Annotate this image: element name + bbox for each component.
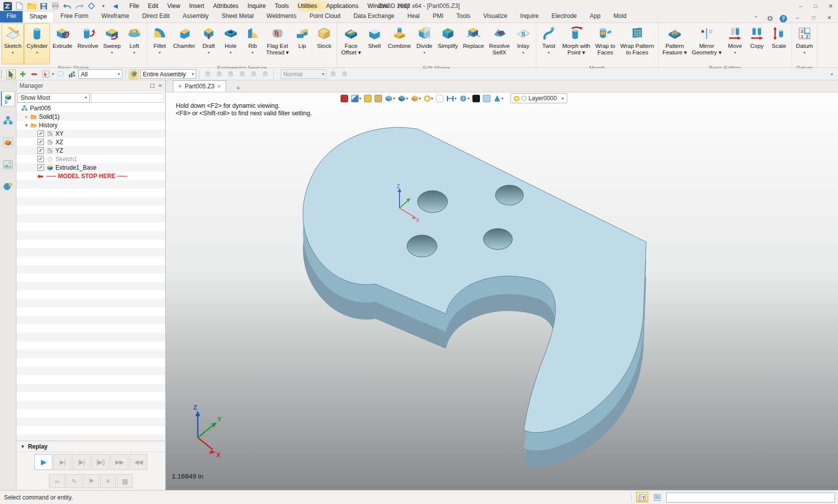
morph-with-point-button[interactable]: Morph with Point ▾: [560, 23, 593, 64]
more-caret-icon[interactable]: ▾: [99, 1, 108, 10]
new-file-icon[interactable]: [15, 1, 24, 10]
ribbon-tab-assembly[interactable]: Assembly: [176, 11, 215, 22]
cylinder-button[interactable]: Cylinder▾: [24, 23, 50, 64]
doc-close-icon[interactable]: ✕: [824, 15, 835, 22]
axis-display-icon[interactable]: ▾: [410, 93, 422, 103]
model-3d-plate[interactable]: Z X: [166, 92, 838, 490]
background-icon[interactable]: ▾: [458, 93, 470, 103]
lasso-pick-icon[interactable]: [55, 69, 65, 79]
chevron-down-icon[interactable]: ▾: [359, 96, 361, 101]
plate-hole[interactable]: [483, 229, 512, 250]
tree-filter-dropdown[interactable]: Show Most ▾: [17, 93, 90, 103]
show-target-icon[interactable]: [226, 69, 236, 79]
wrap-pattern-to-faces-button[interactable]: Wrap Pattern to Faces: [618, 23, 657, 64]
inlay-button[interactable]: Inlay▾: [512, 23, 534, 64]
ribbon-tab-visualize[interactable]: Visualize: [477, 11, 514, 22]
section-view-icon[interactable]: ▾: [445, 93, 457, 103]
plate-hole[interactable]: [418, 191, 447, 213]
replay-delete-button[interactable]: ✕: [100, 474, 116, 488]
expand-arrow-icon[interactable]: ▸: [23, 114, 29, 119]
menu-tools[interactable]: Tools: [270, 0, 293, 11]
sketch-button[interactable]: Sketch▾: [1, 23, 24, 64]
plate-hole[interactable]: [495, 185, 523, 205]
render-manager-tab[interactable]: [1, 157, 15, 172]
ribbon-tab-weldments[interactable]: Weldments: [260, 11, 303, 22]
tree-row[interactable]: ✓XZ: [16, 138, 165, 146]
loft-button[interactable]: Loft▾: [123, 23, 145, 64]
align-1-icon[interactable]: [203, 69, 213, 79]
open-file-icon[interactable]: [27, 1, 36, 10]
hide-entity-icon[interactable]: [249, 69, 259, 79]
document-tab[interactable]: + Part005.Z3 ×: [173, 80, 226, 92]
ribbon-tab-mold[interactable]: Mold: [607, 11, 633, 22]
render-mode-icon[interactable]: ▾: [492, 93, 504, 103]
history-manager-tab[interactable]: [1, 91, 15, 106]
zw3d-logo-icon[interactable]: [3, 1, 12, 10]
ribbon-tab-heal[interactable]: Heal: [401, 11, 426, 22]
ribbon-tab-file[interactable]: File: [0, 11, 22, 22]
collapse-left-icon[interactable]: ◀: [111, 1, 120, 10]
menu-view[interactable]: View: [163, 0, 185, 11]
visibility-checkbox[interactable]: ✓: [37, 147, 44, 154]
scope-globe-icon[interactable]: [129, 69, 139, 79]
assembly-manager-tab[interactable]: [1, 113, 15, 128]
tree-row[interactable]: ▾History: [16, 121, 165, 129]
plate-hole[interactable]: [407, 235, 437, 257]
mirror-geometry-button[interactable]: Mirror Geometry ▾: [689, 23, 724, 64]
customize-icon[interactable]: [87, 1, 96, 10]
draft-button[interactable]: Draft▾: [198, 23, 220, 64]
ribbon-tab-shape[interactable]: Shape: [22, 11, 54, 22]
simplify-button[interactable]: Simplify: [435, 23, 460, 64]
add-to-selection-icon[interactable]: [17, 69, 27, 79]
chamfer-button[interactable]: Chamfer: [171, 23, 198, 64]
field-display-toggle-icon[interactable]: T: [636, 492, 648, 503]
chevron-down-icon[interactable]: ▾: [467, 96, 469, 101]
close-icon[interactable]: ✕: [823, 0, 838, 11]
flag-ext-thread-button[interactable]: Flag Ext Thread ▾: [264, 23, 291, 64]
ribbon-tab-sheet-metal[interactable]: Sheet Metal: [215, 11, 260, 22]
show-dim-icon[interactable]: [237, 69, 247, 79]
menu-insert[interactable]: Insert: [185, 0, 209, 11]
menu-utilities[interactable]: Utilities: [293, 0, 322, 11]
replay-play-from-button[interactable]: (▶): [72, 454, 90, 470]
dock-icon[interactable]: [150, 84, 154, 88]
settings-gear-icon[interactable]: [766, 14, 775, 22]
command-input[interactable]: [666, 493, 835, 503]
replay-image-button[interactable]: ▦: [117, 474, 133, 488]
menu-window[interactable]: Window: [363, 0, 394, 11]
redo-icon[interactable]: [75, 1, 84, 10]
ribbon-tab-free-form[interactable]: Free Form: [54, 11, 95, 22]
visibility-checkbox[interactable]: ✓: [37, 139, 44, 145]
circle-display-icon[interactable]: ▾: [423, 93, 434, 103]
new-tab-button[interactable]: +: [233, 84, 243, 92]
rib-button[interactable]: Rib▾: [242, 23, 264, 64]
menu-applications[interactable]: Applications: [322, 0, 363, 11]
twist-button[interactable]: Twist▾: [538, 23, 560, 64]
replay-fast-forward-button[interactable]: ▶▶: [110, 454, 128, 470]
datum-button[interactable]: Datum▾: [794, 23, 816, 64]
visibility-checkbox[interactable]: ✓: [37, 164, 44, 171]
tree-row[interactable]: ✓YZ: [16, 146, 165, 155]
combine-button[interactable]: Combine: [386, 23, 414, 64]
copy-button[interactable]: Copy: [746, 23, 768, 64]
session-manager-tab[interactable]: [1, 179, 15, 194]
restore-icon[interactable]: □: [808, 0, 823, 11]
ribbon-tab-direct-edit[interactable]: Direct Edit: [135, 11, 176, 22]
fillet-button[interactable]: Fillet▾: [149, 23, 171, 64]
pick-box-icon[interactable]: [435, 93, 444, 103]
view-orient-icon[interactable]: ▾: [350, 93, 362, 103]
replay-step-button[interactable]: ▶|: [53, 454, 71, 470]
chevron-down-icon[interactable]: ▾: [431, 96, 433, 101]
ribbon-tab-tools[interactable]: Tools: [450, 11, 477, 22]
model-stop-marker[interactable]: ⬅----- MODEL STOP HERE -----: [16, 172, 165, 180]
ribbon-tab-electrode[interactable]: Electrode: [545, 11, 583, 22]
menu-inquire[interactable]: Inquire: [243, 0, 271, 11]
save-icon[interactable]: [39, 1, 48, 10]
menu-attributes[interactable]: Attributes: [209, 0, 243, 11]
visibility-checkbox[interactable]: ✓: [37, 130, 44, 137]
pattern-feature-button[interactable]: Pattern Feature ▾: [660, 23, 690, 64]
exit-icon[interactable]: [340, 93, 349, 103]
regen-icon[interactable]: [340, 69, 350, 79]
blank-entity-icon[interactable]: [260, 69, 270, 79]
print-icon[interactable]: [51, 1, 60, 10]
